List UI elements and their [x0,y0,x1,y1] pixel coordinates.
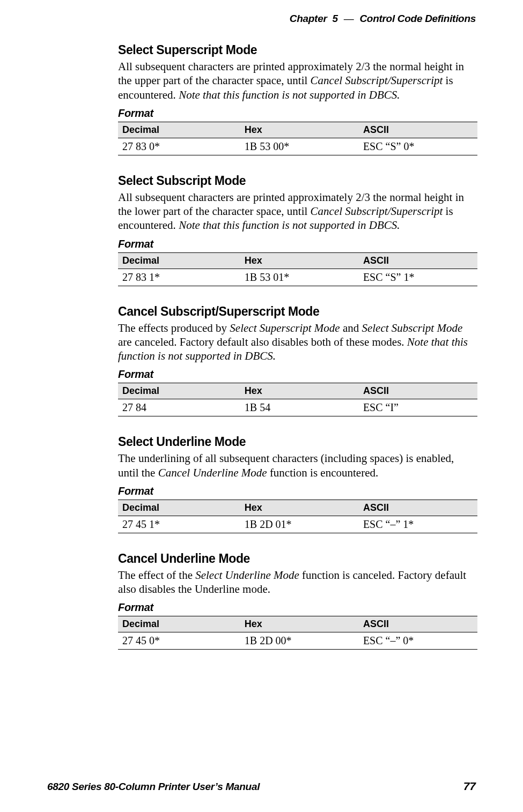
table-row: 27 83 0* 1B 53 00* ESC “S” 0* [118,138,477,155]
col-ascii: ASCII [359,252,477,269]
col-decimal: Decimal [118,122,240,138]
section-body: The effects produced by Select Superscri… [118,321,477,363]
col-decimal: Decimal [118,252,240,269]
body-text: The effects produced by [118,322,230,334]
page: Chapter 5 — Control Code Definitions Sel… [0,0,523,812]
section-cancel-sub-super: Cancel Subscript/Superscript Mode The ef… [118,304,477,417]
table-header-row: Decimal Hex ASCII [118,383,477,399]
footer-manual-title: 6820 Series 80-Column Printer User’s Man… [47,781,260,793]
col-hex: Hex [240,122,359,138]
format-heading: Format [118,238,477,250]
header-dash: — [341,13,357,24]
section-title: Select Superscript Mode [118,43,477,57]
table-header-row: Decimal Hex ASCII [118,252,477,269]
cell-hex: 1B 53 00* [240,138,359,155]
section-select-subscript: Select Subscript Mode All subsequent cha… [118,174,477,286]
format-table: Decimal Hex ASCII 27 84 1B 54 ESC “I” [118,383,477,416]
format-table: Decimal Hex ASCII 27 83 0* 1B 53 00* ESC… [118,122,477,155]
section-select-underline: Select Underline Mode The underlining of… [118,435,477,533]
section-body: The effect of the Select Underline Mode … [118,568,477,597]
format-table: Decimal Hex ASCII 27 45 1* 1B 2D 01* ESC… [118,500,477,533]
cell-decimal: 27 84 [118,399,240,416]
format-heading: Format [118,368,477,381]
section-body: The underlining of all subsequent charac… [118,451,477,480]
table-header-row: Decimal Hex ASCII [118,616,477,632]
body-ital: Note that this function is not supported… [179,219,400,232]
format-heading: Format [118,601,477,614]
cell-hex: 1B 54 [240,399,359,416]
cell-ascii: ESC “S” 0* [359,138,477,155]
cell-ascii: ESC “S” 1* [359,269,477,286]
section-body: All subsequent characters are printed ap… [118,59,477,102]
format-heading: Format [118,485,477,497]
body-ital: Note that this function is not supported… [179,88,400,101]
content-area: Select Superscript Mode All subsequent c… [118,43,477,650]
section-body: All subsequent characters are printed ap… [118,190,477,233]
cell-hex: 1B 53 01* [240,269,359,286]
table-header-row: Decimal Hex ASCII [118,500,477,516]
table-row: 27 84 1B 54 ESC “I” [118,399,477,416]
col-decimal: Decimal [118,383,240,399]
body-ital: Select Superscript Mode [230,322,340,334]
cell-hex: 1B 2D 00* [240,632,359,650]
body-ital: Cancel Subscript/Superscript [311,74,443,87]
section-select-superscript: Select Superscript Mode All subsequent c… [118,43,477,155]
body-text: The effect of the [118,569,195,582]
cell-decimal: 27 45 0* [118,632,240,650]
cell-ascii: ESC “–” 0* [359,632,477,650]
col-ascii: ASCII [359,616,477,632]
body-text: and [340,322,362,334]
col-hex: Hex [240,252,359,269]
table-row: 27 45 1* 1B 2D 01* ESC “–” 1* [118,516,477,533]
section-cancel-underline: Cancel Underline Mode The effect of the … [118,552,477,650]
col-ascii: ASCII [359,383,477,399]
body-text: function is encountered. [267,466,379,479]
body-ital: Select Underline Mode [195,569,299,582]
format-table: Decimal Hex ASCII 27 83 1* 1B 53 01* ESC… [118,252,477,286]
body-ital: Cancel Subscript/Superscript [311,205,443,218]
section-title: Select Underline Mode [118,435,477,449]
cell-ascii: ESC “–” 1* [359,516,477,533]
running-header: Chapter 5 — Control Code Definitions [290,13,476,25]
col-decimal: Decimal [118,500,240,516]
cell-decimal: 27 45 1* [118,516,240,533]
section-title: Cancel Underline Mode [118,552,477,566]
cell-ascii: ESC “I” [359,399,477,416]
table-row: 27 83 1* 1B 53 01* ESC “S” 1* [118,269,477,286]
body-ital: Select Subscript Mode [362,322,462,334]
col-ascii: ASCII [359,500,477,516]
section-title: Select Subscript Mode [118,174,477,188]
running-footer: 6820 Series 80-Column Printer User’s Man… [47,780,476,793]
col-decimal: Decimal [118,616,240,632]
format-heading: Format [118,107,477,120]
header-chapter-num: 5 [332,13,337,24]
col-hex: Hex [240,500,359,516]
header-title: Control Code Definitions [359,13,476,24]
table-row: 27 45 0* 1B 2D 00* ESC “–” 0* [118,632,477,650]
cell-decimal: 27 83 0* [118,138,240,155]
table-header-row: Decimal Hex ASCII [118,122,477,138]
format-table: Decimal Hex ASCII 27 45 0* 1B 2D 00* ESC… [118,616,477,650]
body-ital: Cancel Underline Mode [158,466,267,479]
footer-page-number: 77 [463,780,476,793]
col-hex: Hex [240,616,359,632]
col-ascii: ASCII [359,122,477,138]
header-chapter-word: Chapter [290,13,327,24]
section-title: Cancel Subscript/Superscript Mode [118,304,477,319]
cell-hex: 1B 2D 01* [240,516,359,533]
cell-decimal: 27 83 1* [118,269,240,286]
body-text: are canceled. Factory default also disab… [118,336,407,348]
col-hex: Hex [240,383,359,399]
